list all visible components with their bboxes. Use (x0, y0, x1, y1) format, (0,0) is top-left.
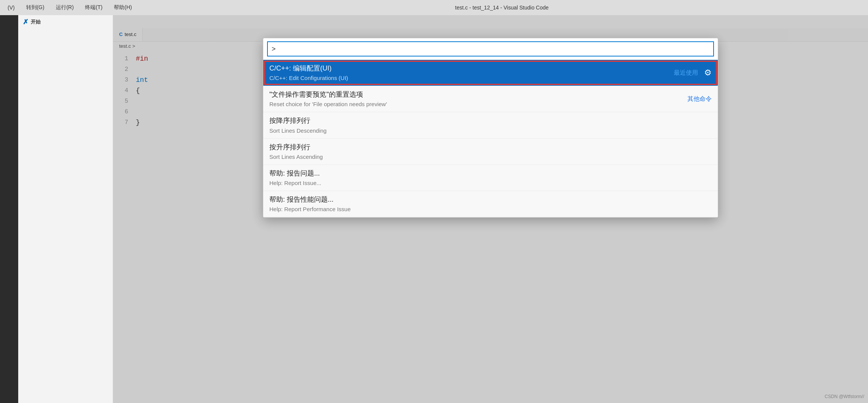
vscode-logo-icon: ✗ (23, 18, 28, 26)
result-item-2-primary: "文件操作需要预览"的重置选项 (269, 90, 687, 99)
result-item-3-content: 按降序排列行 Sort Lines Descending (269, 116, 712, 134)
result-item-1[interactable]: C/C++: 编辑配置(UI) C/C++: Edit Configuratio… (263, 60, 718, 86)
menu-item-v[interactable]: (V) (8, 5, 15, 11)
result-item-5-primary: 帮助: 报告问题... (269, 169, 712, 178)
result-item-5-secondary: Help: Report Issue... (269, 179, 712, 187)
result-item-3-secondary: Sort Lines Descending (269, 127, 712, 135)
activity-bar (0, 15, 18, 403)
menu-item-goto[interactable]: 转到(G) (26, 4, 44, 11)
result-item-4-content: 按升序排列行 Sort Lines Ascending (269, 143, 712, 161)
result-item-4[interactable]: 按升序排列行 Sort Lines Ascending (263, 139, 718, 165)
vscode-body: ✗ 开始 C test.c test.c > 1 #in 2 (0, 15, 868, 403)
result-item-6-secondary: Help: Report Performance Issue (269, 205, 712, 213)
result-item-2-content: "文件操作需要预览"的重置选项 Reset choice for 'File o… (269, 90, 687, 108)
result-item-2-right: 其他命令 (687, 95, 712, 103)
command-input-wrapper (263, 38, 718, 60)
command-palette: C/C++: 编辑配置(UI) C/C++: Edit Configuratio… (263, 38, 718, 218)
result-item-3[interactable]: 按降序排列行 Sort Lines Descending (263, 112, 718, 138)
result-item-5[interactable]: 帮助: 报告问题... Help: Report Issue... (263, 165, 718, 191)
command-palette-input[interactable] (267, 41, 714, 56)
gear-icon: ⚙ (704, 68, 712, 78)
result-item-1-right: 最近使用 ⚙ (674, 68, 712, 78)
titlebar: (V) 转到(G) 运行(R) 终端(T) 帮助(H) test.c - tes… (0, 0, 868, 15)
result-item-4-secondary: Sort Lines Ascending (269, 153, 712, 161)
command-palette-overlay: C/C++: 编辑配置(UI) C/C++: Edit Configuratio… (113, 15, 868, 403)
result-item-5-content: 帮助: 报告问题... Help: Report Issue... (269, 169, 712, 187)
menu-item-terminal[interactable]: 终端(T) (85, 4, 102, 11)
result-item-4-primary: 按升序排列行 (269, 143, 712, 152)
result-item-2[interactable]: "文件操作需要预览"的重置选项 Reset choice for 'File o… (263, 86, 718, 112)
results-list: C/C++: 编辑配置(UI) C/C++: Edit Configuratio… (263, 60, 718, 217)
result-item-6-primary: 帮助: 报告性能问题... (269, 195, 712, 204)
result-item-6-content: 帮助: 报告性能问题... Help: Report Performance I… (269, 195, 712, 213)
start-label: 开始 (31, 19, 41, 25)
result-item-6[interactable]: 帮助: 报告性能问题... Help: Report Performance I… (263, 191, 718, 217)
sidebar-header: ✗ 开始 (18, 15, 113, 28)
result-item-1-content: C/C++: 编辑配置(UI) C/C++: Edit Configuratio… (269, 64, 674, 82)
window-title: test.c - test_12_14 - Visual Studio Code (143, 5, 860, 11)
other-commands-label: 其他命令 (687, 95, 712, 103)
menu-item-help[interactable]: 帮助(H) (114, 4, 132, 11)
result-item-1-secondary: C/C++: Edit Configurations (UI) (269, 74, 674, 82)
sidebar: ✗ 开始 (18, 15, 113, 403)
result-item-2-secondary: Reset choice for 'File operation needs p… (269, 100, 687, 108)
result-item-3-primary: 按降序排列行 (269, 116, 712, 125)
result-item-1-primary: C/C++: 编辑配置(UI) (269, 64, 674, 73)
editor-area: C test.c test.c > 1 #in 2 3 int 4 (113, 15, 868, 403)
menu-item-run[interactable]: 运行(R) (56, 4, 74, 11)
recently-used-label: 最近使用 (674, 69, 698, 77)
